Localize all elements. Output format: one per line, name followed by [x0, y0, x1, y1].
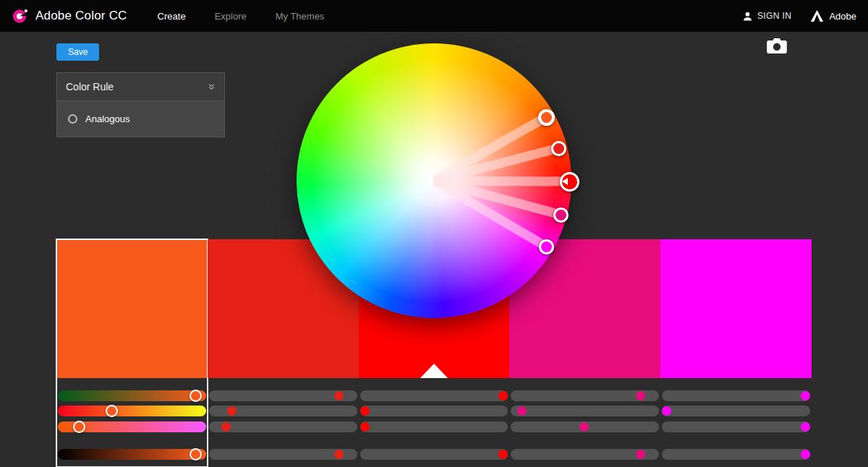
nav-create[interactable]: Create: [158, 11, 186, 22]
red-slider[interactable]: [511, 390, 659, 401]
green-slider-handle[interactable]: [517, 406, 527, 416]
wheel-handle-base[interactable]: [560, 172, 579, 192]
nav-explore[interactable]: Explore: [215, 11, 247, 22]
color-swatch-5[interactable]: [660, 239, 812, 378]
brightness-slider-handle[interactable]: [334, 450, 344, 459]
home-logo-link[interactable]: Adobe Color CC: [12, 7, 127, 25]
top-bar: Adobe Color CC Create Explore My Themes …: [0, 0, 868, 32]
double-chevron-down-icon: »: [206, 84, 219, 90]
green-slider[interactable]: [662, 406, 810, 416]
color-rule-header[interactable]: Color Rule »: [56, 72, 225, 101]
base-color-marker up-triangle-icon: [420, 364, 448, 378]
color-rule-value: Analogous: [85, 113, 129, 124]
person-icon: [743, 12, 752, 21]
red-slider[interactable]: [58, 390, 206, 401]
red-slider[interactable]: [360, 390, 509, 401]
blue-slider[interactable]: [662, 421, 810, 432]
blue-slider-handle[interactable]: [801, 422, 810, 432]
brightness-slider[interactable]: [360, 449, 509, 460]
workspace: Save Color Rule » Analogous: [0, 32, 868, 467]
blue-slider-handle[interactable]: [221, 422, 231, 432]
red-slider-handle[interactable]: [636, 391, 645, 400]
brightness-slider-handle[interactable]: [498, 450, 508, 459]
adobe-logo-icon: [810, 9, 824, 22]
nav-my-themes[interactable]: My Themes: [276, 11, 325, 22]
red-slider[interactable]: [662, 390, 810, 401]
camera-button[interactable]: [767, 38, 787, 56]
red-slider-handle[interactable]: [801, 391, 810, 400]
brightness-slider[interactable]: [511, 449, 659, 460]
brightness-slider-handle[interactable]: [636, 450, 645, 459]
base-handle-arrow-icon: [562, 178, 568, 185]
sign-in-button[interactable]: SIGN IN: [743, 11, 791, 21]
adobe-color-app: Adobe Color CC Create Explore My Themes …: [0, 0, 868, 467]
color-wheel[interactable]: [297, 43, 571, 318]
swatch-column-1: [56, 239, 208, 467]
swatch-column-5: [660, 239, 812, 467]
red-slider-handle[interactable]: [190, 390, 202, 402]
brightness-slider-handle[interactable]: [801, 450, 810, 459]
wheel-spoke: [434, 148, 558, 181]
green-slider[interactable]: [360, 406, 509, 416]
header-right: SIGN IN Adobe: [743, 9, 856, 22]
color-rule-selected[interactable]: Analogous: [56, 101, 225, 137]
red-slider-handle[interactable]: [334, 391, 344, 400]
blue-slider[interactable]: [209, 421, 357, 432]
wheel-spoke: [434, 117, 546, 181]
blue-slider[interactable]: [511, 421, 659, 432]
wheel-handle[interactable]: [551, 141, 566, 156]
adobe-label: Adobe: [829, 11, 856, 22]
green-slider[interactable]: [209, 406, 357, 416]
wheel-handle[interactable]: [553, 207, 569, 223]
blue-slider-handle[interactable]: [579, 422, 589, 432]
app-title: Adobe Color CC: [35, 9, 127, 23]
save-button[interactable]: Save: [56, 43, 99, 61]
main-nav: Create Explore My Themes: [158, 11, 325, 22]
color-rule-panel: Color Rule » Analogous: [56, 72, 225, 137]
blue-slider[interactable]: [360, 421, 509, 432]
green-slider-handle[interactable]: [106, 405, 118, 417]
green-slider[interactable]: [58, 406, 206, 416]
sign-in-label: SIGN IN: [757, 11, 791, 21]
adobe-color-logo-icon: [12, 7, 29, 25]
wheel-handle[interactable]: [539, 239, 554, 254]
brightness-slider[interactable]: [662, 449, 810, 460]
brightness-slider-handle[interactable]: [190, 448, 202, 460]
green-slider-handle[interactable]: [227, 406, 237, 416]
blue-slider[interactable]: [58, 421, 206, 432]
wheel-handle[interactable]: [538, 109, 555, 126]
red-slider[interactable]: [209, 390, 357, 401]
brightness-slider[interactable]: [209, 449, 357, 460]
adobe-link[interactable]: Adobe: [810, 9, 856, 22]
green-slider-handle[interactable]: [360, 406, 370, 416]
green-slider-handle[interactable]: [662, 406, 671, 416]
camera-icon: [767, 38, 787, 54]
blue-slider-handle[interactable]: [73, 421, 85, 433]
red-slider-handle[interactable]: [498, 391, 508, 400]
color-swatch-1[interactable]: [56, 239, 208, 378]
wheel-spokes: [297, 43, 571, 318]
green-slider[interactable]: [511, 406, 659, 416]
wheel-spoke: [434, 181, 546, 247]
color-rule-title: Color Rule: [66, 81, 114, 93]
circle-icon: [68, 114, 77, 124]
blue-slider-handle[interactable]: [360, 422, 370, 432]
brightness-slider[interactable]: [58, 449, 206, 460]
